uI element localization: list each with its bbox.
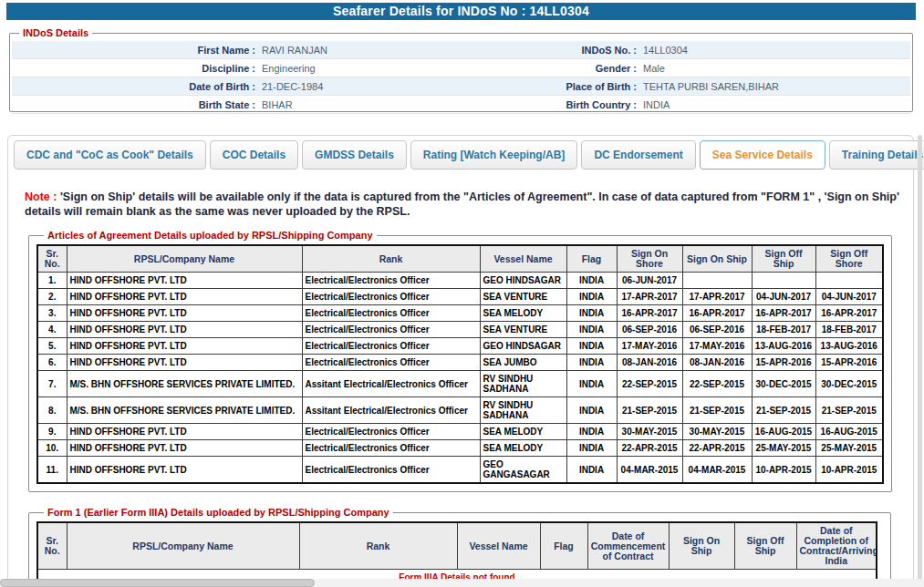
table-cell: 4. [37, 322, 67, 338]
table-row: 5.HIND OFFSHORE PVT. LTDElectrical/Elect… [37, 338, 883, 355]
table-cell: HIND OFFSHORE PVT. LTD [67, 424, 302, 440]
indos-row: First Name :RAVI RANJANINDoS No. :14LL03… [12, 41, 910, 59]
tab-training-details[interactable]: Training Details [829, 140, 924, 170]
table-cell: 17-APR-2017 [617, 289, 682, 305]
tab-gmdss-details[interactable]: GMDSS Details [302, 140, 407, 170]
table-cell: 06-SEP-2016 [682, 322, 752, 338]
table-cell [682, 273, 752, 289]
table-cell: 21-SEP-2015 [752, 397, 815, 424]
column-header-rpsl-company-name: RPSL/Company Name [67, 245, 302, 273]
table-cell: INDIA [566, 273, 617, 289]
table-cell: 16-AUG-2015 [815, 424, 883, 440]
table-cell: 04-JUN-2017 [815, 289, 883, 305]
table-cell: Electrical/Electronics Officer [302, 289, 480, 305]
table-cell: 16-APR-2017 [617, 305, 682, 322]
tab-coc-details[interactable]: COC Details [210, 140, 298, 170]
field-label-first-name: First Name : [12, 45, 260, 56]
note-label: Note : [25, 191, 57, 203]
field-label-discipline: Discipline : [12, 63, 260, 74]
table-cell: GEO GANGASAGAR [480, 457, 566, 484]
tab-dc-endorsement[interactable]: DC Endorsement [581, 140, 695, 170]
table-cell: SEA MELODY [480, 305, 566, 322]
table-cell: 17-MAY-2016 [617, 338, 682, 355]
column-header-rank: Rank [299, 522, 457, 570]
table-cell: RV SINDHU SADHANA [480, 371, 566, 397]
table-cell: Electrical/Electronics Officer [302, 305, 480, 322]
table-cell: 04-JUN-2017 [752, 289, 815, 305]
indos-row: Date of Birth :21-DEC-1984Place of Birth… [12, 77, 910, 96]
table-cell: INDIA [566, 355, 617, 371]
table-cell: Electrical/Electronics Officer [302, 355, 480, 371]
table-cell: 5. [37, 338, 67, 355]
table-row: 8.M/S. BHN OFFSHORE SERVICES PRIVATE LIM… [37, 397, 883, 424]
table-row: 6.HIND OFFSHORE PVT. LTDElectrical/Elect… [37, 355, 883, 371]
table-cell [752, 273, 815, 289]
table-cell: 3. [37, 305, 67, 322]
field-label-birth-state: Birth State : [12, 99, 260, 110]
articles-legend: Articles of Agreement Details uploaded b… [44, 230, 377, 241]
page: Seafarer Details for INDoS No : 14LL0304… [0, 0, 924, 587]
column-header-rpsl-company-name: RPSL/Company Name [67, 522, 299, 570]
table-cell: HIND OFFSHORE PVT. LTD [67, 338, 302, 355]
table-cell: 30-DEC-2015 [815, 371, 883, 397]
table-cell: Electrical/Electronics Officer [302, 424, 480, 440]
column-header-sign-on-ship: Sign On Ship [669, 522, 734, 570]
tabs-panel: CDC and "CoC as Cook" DetailsCOC Details… [7, 135, 914, 587]
column-header-sr: Sr. No. [37, 245, 67, 273]
table-cell: 16-APR-2017 [752, 305, 815, 322]
articles-table: Sr. No.RPSL/Company NameRankVessel NameF… [36, 244, 884, 484]
table-row: 1.HIND OFFSHORE PVT. LTDElectrical/Elect… [37, 273, 883, 289]
table-cell: 16-APR-2017 [682, 305, 752, 322]
column-header-flag: Flag [540, 522, 587, 570]
table-cell: 16-AUG-2015 [752, 424, 815, 440]
table-cell: RV SINDHU SADHANA [480, 397, 566, 424]
table-row: 3.HIND OFFSHORE PVT. LTDElectrical/Elect… [37, 305, 883, 322]
table-cell: 06-JUN-2017 [617, 273, 682, 289]
field-value-indos-no: 14LL0304 [641, 45, 910, 56]
field-value-birth-country: INDIA [641, 99, 910, 110]
table-cell: 11. [37, 457, 67, 484]
vertical-scrollbar[interactable] [918, 135, 922, 587]
table-row: 2.HIND OFFSHORE PVT. LTDElectrical/Elect… [37, 289, 883, 305]
table-cell: 21-SEP-2015 [815, 397, 883, 424]
table-cell: 22-SEP-2015 [617, 371, 682, 397]
table-cell: INDIA [566, 322, 617, 338]
form1-section: Form 1 (Earlier Form IIIA) Details uploa… [28, 507, 891, 587]
table-cell: M/S. BHN OFFSHORE SERVICES PRIVATE LIMIT… [67, 397, 302, 424]
horizontal-scrollbar[interactable] [0, 579, 924, 587]
table-cell: INDIA [566, 289, 617, 305]
table-row: 9.HIND OFFSHORE PVT. LTDElectrical/Elect… [37, 424, 883, 440]
table-cell [815, 273, 883, 289]
articles-of-agreement-section: Articles of Agreement Details uploaded b… [28, 230, 892, 492]
table-cell: 25-MAY-2015 [815, 440, 883, 457]
indos-row: Discipline :EngineeringGender :Male [12, 59, 910, 77]
table-cell: 10. [37, 440, 67, 457]
field-label-place-of-birth: Place of Birth : [541, 81, 641, 92]
table-cell: Electrical/Electronics Officer [302, 338, 480, 355]
table-row: 11.HIND OFFSHORE PVT. LTDElectrical/Elec… [37, 457, 883, 484]
table-cell: 22-APR-2015 [682, 440, 752, 457]
table-row: 4.HIND OFFSHORE PVT. LTDElectrical/Elect… [37, 322, 883, 338]
indos-details-section: INDoS Details First Name :RAVI RANJANIND… [9, 27, 913, 112]
table-cell: 18-FEB-2017 [815, 322, 883, 338]
column-header-sign-off-ship: Sign Off Ship [752, 245, 815, 273]
tab-cdc-and-coc-as-cook-details[interactable]: CDC and "CoC as Cook" Details [14, 140, 206, 170]
table-cell: Electrical/Electronics Officer [302, 457, 480, 484]
table-cell: 30-MAY-2015 [617, 424, 682, 440]
table-cell: Electrical/Electronics Officer [302, 440, 480, 457]
indos-rows: First Name :RAVI RANJANINDoS No. :14LL03… [12, 41, 910, 114]
horizontal-scrollbar-thumb[interactable] [0, 579, 315, 587]
table-cell: HIND OFFSHORE PVT. LTD [67, 305, 302, 322]
table-cell: 2. [37, 289, 67, 305]
table-cell: 21-SEP-2015 [682, 397, 752, 424]
column-header-vessel-name: Vessel Name [480, 245, 566, 273]
table-cell: 22-APR-2015 [617, 440, 682, 457]
table-cell: 6. [37, 355, 67, 371]
table-cell: Electrical/Electronics Officer [302, 322, 480, 338]
table-cell: HIND OFFSHORE PVT. LTD [67, 355, 302, 371]
tab-rating-watch-keeping-ab[interactable]: Rating [Watch Keeping/AB] [410, 140, 578, 170]
table-header-row: Sr. No.RPSL/Company NameRankVessel NameF… [37, 245, 883, 273]
table-cell: SEA VENTURE [480, 322, 566, 338]
tab-sea-service-details[interactable]: Sea Service Details [700, 140, 825, 170]
field-label-indos-no: INDoS No. : [541, 45, 641, 56]
